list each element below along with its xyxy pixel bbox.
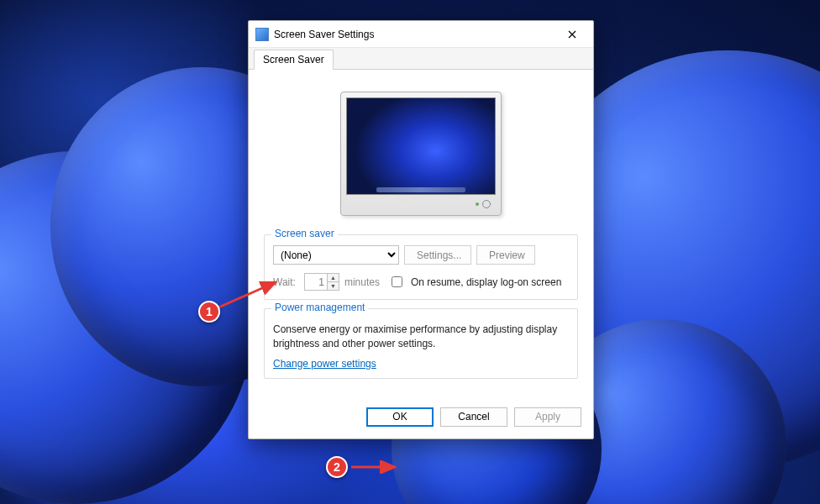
- monitor-power-icon: [482, 200, 491, 208]
- apply-button[interactable]: Apply: [514, 407, 581, 427]
- close-icon: [568, 30, 576, 39]
- wait-unit: minutes: [344, 276, 380, 288]
- monitor-led-icon: [476, 202, 479, 206]
- annotation-marker-2: 2: [326, 456, 348, 478]
- dialog-content: Screen saver (None) Settings... Preview …: [249, 70, 593, 399]
- change-power-link[interactable]: Change power settings: [273, 358, 376, 370]
- tab-strip: Screen Saver: [249, 48, 593, 70]
- screensaver-select[interactable]: (None): [273, 245, 399, 265]
- spinner-down-icon[interactable]: ▼: [328, 282, 339, 290]
- ok-button[interactable]: OK: [366, 407, 434, 427]
- wait-spinner[interactable]: ▲ ▼: [304, 273, 339, 291]
- resume-checkbox[interactable]: [392, 276, 402, 287]
- annotation-marker-1: 1: [198, 301, 220, 323]
- monitor-preview: [264, 92, 578, 216]
- tab-screensaver[interactable]: Screen Saver: [254, 50, 334, 70]
- resume-label: On resume, display log-on screen: [411, 276, 561, 288]
- titlebar[interactable]: Screen Saver Settings: [249, 21, 593, 48]
- spinner-up-icon[interactable]: ▲: [328, 274, 339, 282]
- annotation-arrow-2: [350, 460, 400, 474]
- power-text: Conserve energy or maximise performance …: [273, 323, 569, 351]
- wait-input[interactable]: [305, 274, 327, 290]
- window-title: Screen Saver Settings: [274, 29, 553, 40]
- action-buttons: OK Cancel Apply: [249, 399, 593, 438]
- preview-screen: [346, 97, 496, 195]
- screensaver-group-title: Screen saver: [271, 228, 338, 239]
- app-icon: [255, 28, 269, 41]
- annotation-arrow-1: [215, 277, 282, 311]
- svg-line-0: [218, 282, 276, 307]
- screensaver-settings-dialog: Screen Saver Settings Screen Saver Scree…: [248, 20, 594, 439]
- preview-button[interactable]: Preview: [476, 245, 535, 265]
- close-button[interactable]: [553, 22, 591, 47]
- power-group: Power management Conserve energy or maxi…: [264, 308, 578, 379]
- cancel-button[interactable]: Cancel: [440, 407, 507, 427]
- screensaver-group: Screen saver (None) Settings... Preview …: [264, 234, 578, 300]
- settings-button[interactable]: Settings...: [404, 245, 471, 265]
- power-group-title: Power management: [271, 302, 368, 313]
